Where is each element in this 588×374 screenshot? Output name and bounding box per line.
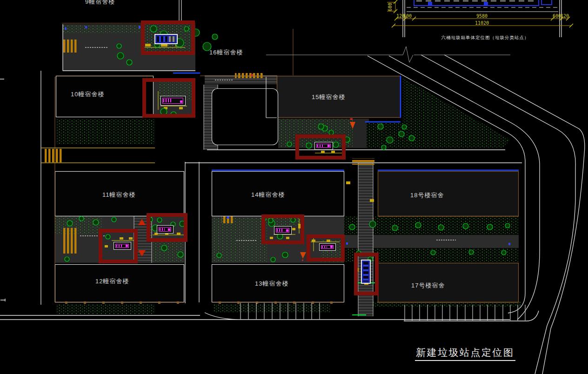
bin-slots [169, 36, 175, 42]
garbage-bin-symbol-blue-h [361, 260, 371, 284]
building-label-15: 15幢宿舍楼 [312, 93, 345, 101]
building-label-16: 16幢宿舍楼 [209, 48, 243, 57]
building-label-18: 18号楼宿舍 [410, 191, 444, 200]
bin-glyph [159, 227, 171, 232]
building-label-14: 14幢宿舍楼 [251, 191, 285, 199]
dim-text-9580: 9580 [476, 13, 488, 19]
bin-glyph [316, 144, 331, 148]
building-label-12: 12幢宿舍楼 [95, 277, 129, 286]
garbage-bin-symbol-magenta-g [319, 243, 336, 251]
building-label-11: 11幢宿舍楼 [102, 191, 136, 199]
bin-slots [363, 262, 368, 281]
dim-text-120-right: 120 [561, 13, 569, 19]
garbage-bin-symbol-magenta-b [160, 96, 186, 106]
garbage-bin-symbol-magenta-d [157, 225, 174, 234]
building-label-10: 10幢宿舍楼 [71, 90, 104, 99]
detail-caption: 六桶垃圾箱单体定位图（垃圾分类站点） [432, 35, 539, 41]
drawing-title: 新建垃圾站点定位图 [416, 346, 514, 359]
garbage-bin-symbol-blue-a [154, 34, 178, 44]
dim-text-600-right: 600 [553, 13, 561, 19]
detail-drawing-graphics [407, 0, 558, 12]
dim-text-600-left: 600 [403, 13, 412, 19]
building-label-17: 17号楼宿舍 [411, 281, 445, 290]
site-plan-graphics [0, 0, 588, 374]
bin-glyph [276, 228, 289, 233]
bin-glyph [321, 245, 334, 249]
bin-glyph [162, 98, 183, 104]
garbage-bin-symbol-magenta-c [314, 142, 333, 150]
title-underline [415, 360, 515, 361]
site-plan-canvas[interactable]: 9幢宿舍楼 10幢宿舍楼 11幢宿舍楼 12幢宿舍楼 13幢宿舍楼 14幢宿舍楼… [0, 0, 588, 374]
building-label-13: 13幢宿舍楼 [255, 280, 288, 288]
bin-slots [157, 36, 168, 42]
building-label-9: 9幢宿舍楼 [85, 0, 115, 6]
dim-text-side: 600 [388, 3, 393, 11]
bin-glyph [115, 244, 129, 248]
garbage-bin-symbol-magenta-f [274, 226, 292, 234]
garbage-bin-symbol-magenta-e [114, 242, 131, 250]
dim-text-total: 11020 [475, 20, 489, 26]
